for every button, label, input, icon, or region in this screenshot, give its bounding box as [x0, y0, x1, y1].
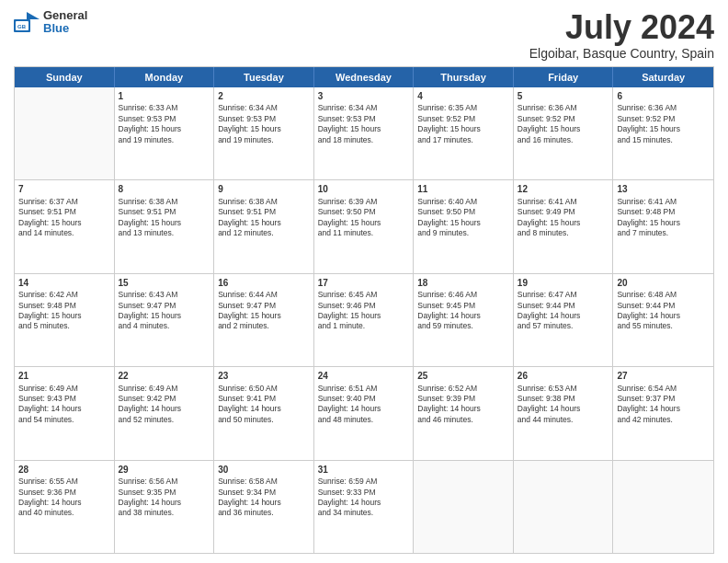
- calendar-day-empty: [414, 461, 514, 553]
- calendar-day-25: 25Sunrise: 6:52 AMSunset: 9:39 PMDayligh…: [414, 367, 514, 459]
- day-number: 24: [318, 370, 410, 383]
- calendar-day-23: 23Sunrise: 6:50 AMSunset: 9:41 PMDayligh…: [214, 367, 314, 459]
- day-info-line: and 19 minutes.: [119, 135, 210, 145]
- day-info-line: and 52 minutes.: [119, 415, 210, 425]
- day-info-line: Sunset: 9:39 PM: [417, 394, 509, 404]
- day-number: 21: [18, 370, 110, 383]
- day-info-line: Sunrise: 6:45 AM: [318, 290, 410, 300]
- day-info-line: Sunrise: 6:53 AM: [518, 384, 609, 394]
- calendar-week-2: 7Sunrise: 6:37 AMSunset: 9:51 PMDaylight…: [15, 180, 713, 273]
- day-number: 23: [218, 370, 310, 383]
- day-info-line: Sunrise: 6:37 AM: [18, 197, 110, 207]
- day-info-line: Daylight: 14 hours: [218, 404, 310, 414]
- day-info-line: Sunset: 9:45 PM: [417, 301, 509, 311]
- calendar-day-24: 24Sunrise: 6:51 AMSunset: 9:40 PMDayligh…: [314, 367, 415, 459]
- day-info-line: Sunrise: 6:34 AM: [218, 103, 310, 113]
- day-info-line: and 50 minutes.: [218, 415, 310, 425]
- calendar-week-4: 21Sunrise: 6:49 AMSunset: 9:43 PMDayligh…: [15, 367, 713, 460]
- day-number: 5: [518, 90, 609, 103]
- day-info-line: Daylight: 15 hours: [218, 311, 310, 321]
- calendar-day-27: 27Sunrise: 6:54 AMSunset: 9:37 PMDayligh…: [613, 367, 713, 459]
- day-info-line: and 4 minutes.: [119, 321, 210, 331]
- day-number: 12: [518, 183, 609, 196]
- day-info-line: and 14 minutes.: [18, 228, 110, 238]
- day-info-line: Sunrise: 6:54 AM: [617, 384, 710, 394]
- day-info-line: Sunrise: 6:41 AM: [617, 197, 710, 207]
- day-number: 9: [218, 183, 310, 196]
- day-info-line: Sunrise: 6:43 AM: [119, 290, 210, 300]
- day-info-line: and 16 minutes.: [518, 135, 609, 145]
- day-info-line: and 11 minutes.: [318, 228, 410, 238]
- day-number: 19: [518, 277, 609, 290]
- day-info-line: Sunset: 9:35 PM: [119, 488, 210, 498]
- day-number: 1: [119, 90, 210, 103]
- title-block: July 2024 Elgoibar, Basque Country, Spai…: [529, 9, 714, 61]
- day-number: 6: [617, 90, 710, 103]
- generalblue-logo-icon: GB: [14, 12, 40, 32]
- calendar-day-10: 10Sunrise: 6:39 AMSunset: 9:50 PMDayligh…: [314, 180, 415, 272]
- day-info-line: Sunset: 9:38 PM: [518, 394, 609, 404]
- day-info-line: Daylight: 14 hours: [417, 311, 509, 321]
- day-info-line: Sunset: 9:44 PM: [617, 301, 710, 311]
- day-info-line: and 2 minutes.: [218, 321, 310, 331]
- day-number: 26: [518, 370, 609, 383]
- day-info-line: Sunset: 9:52 PM: [617, 114, 710, 124]
- day-info-line: Sunrise: 6:50 AM: [218, 384, 310, 394]
- day-info-line: Daylight: 14 hours: [617, 404, 710, 414]
- day-number: 17: [318, 277, 410, 290]
- day-info-line: Sunrise: 6:35 AM: [417, 103, 509, 113]
- day-info-line: Sunset: 9:52 PM: [518, 114, 609, 124]
- day-info-line: Daylight: 14 hours: [518, 311, 609, 321]
- day-info-line: Sunset: 9:36 PM: [18, 488, 110, 498]
- calendar-body: 1Sunrise: 6:33 AMSunset: 9:53 PMDaylight…: [15, 87, 713, 553]
- day-info-line: Daylight: 15 hours: [18, 311, 110, 321]
- day-number: 16: [218, 277, 310, 290]
- day-info-line: Daylight: 15 hours: [617, 218, 710, 228]
- calendar-day-22: 22Sunrise: 6:49 AMSunset: 9:42 PMDayligh…: [115, 367, 215, 459]
- day-info-line: and 17 minutes.: [417, 135, 509, 145]
- day-number: 30: [218, 464, 310, 477]
- header-day-sunday: Sunday: [15, 67, 115, 87]
- day-info-line: Sunrise: 6:52 AM: [417, 384, 509, 394]
- header-day-monday: Monday: [115, 67, 215, 87]
- day-info-line: and 1 minute.: [318, 321, 410, 331]
- calendar-day-31: 31Sunrise: 6:59 AMSunset: 9:33 PMDayligh…: [314, 461, 415, 553]
- calendar-day-18: 18Sunrise: 6:46 AMSunset: 9:45 PMDayligh…: [414, 274, 514, 366]
- month-year: July 2024: [529, 9, 714, 46]
- day-info-line: Daylight: 15 hours: [318, 218, 410, 228]
- calendar-day-30: 30Sunrise: 6:58 AMSunset: 9:34 PMDayligh…: [214, 461, 314, 553]
- day-info-line: Sunset: 9:33 PM: [318, 488, 410, 498]
- day-info-line: Daylight: 14 hours: [518, 404, 609, 414]
- day-info-line: Daylight: 15 hours: [617, 124, 710, 134]
- day-number: 4: [417, 90, 509, 103]
- day-info-line: and 9 minutes.: [417, 228, 509, 238]
- calendar: SundayMondayTuesdayWednesdayThursdayFrid…: [14, 66, 714, 554]
- day-info-line: and 59 minutes.: [417, 321, 509, 331]
- day-info-line: Sunrise: 6:58 AM: [218, 477, 310, 487]
- day-info-line: Sunset: 9:53 PM: [318, 114, 410, 124]
- calendar-day-28: 28Sunrise: 6:55 AMSunset: 9:36 PMDayligh…: [15, 461, 115, 553]
- calendar-day-5: 5Sunrise: 6:36 AMSunset: 9:52 PMDaylight…: [514, 87, 614, 179]
- day-info-line: Sunset: 9:51 PM: [18, 207, 110, 217]
- day-number: 28: [18, 464, 110, 477]
- day-info-line: Sunset: 9:50 PM: [417, 207, 509, 217]
- day-info-line: Sunrise: 6:41 AM: [518, 197, 609, 207]
- calendar-week-5: 28Sunrise: 6:55 AMSunset: 9:36 PMDayligh…: [15, 461, 713, 553]
- day-info-line: Sunset: 9:47 PM: [218, 301, 310, 311]
- day-info-line: Sunrise: 6:38 AM: [119, 197, 210, 207]
- header-day-thursday: Thursday: [414, 67, 514, 87]
- day-info-line: Sunset: 9:47 PM: [119, 301, 210, 311]
- day-info-line: Sunset: 9:46 PM: [318, 301, 410, 311]
- day-info-line: Sunrise: 6:33 AM: [119, 103, 210, 113]
- calendar-week-1: 1Sunrise: 6:33 AMSunset: 9:53 PMDaylight…: [15, 87, 713, 180]
- day-info-line: Daylight: 15 hours: [119, 124, 210, 134]
- day-info-line: and 34 minutes.: [318, 508, 410, 518]
- day-number: 2: [218, 90, 310, 103]
- day-info-line: Sunrise: 6:36 AM: [518, 103, 609, 113]
- calendar-day-empty: [613, 461, 713, 553]
- day-info-line: and 18 minutes.: [318, 135, 410, 145]
- calendar-day-2: 2Sunrise: 6:34 AMSunset: 9:53 PMDaylight…: [214, 87, 314, 179]
- calendar-day-9: 9Sunrise: 6:38 AMSunset: 9:51 PMDaylight…: [214, 180, 314, 272]
- calendar-day-empty: [514, 461, 614, 553]
- day-info-line: Sunset: 9:43 PM: [18, 394, 110, 404]
